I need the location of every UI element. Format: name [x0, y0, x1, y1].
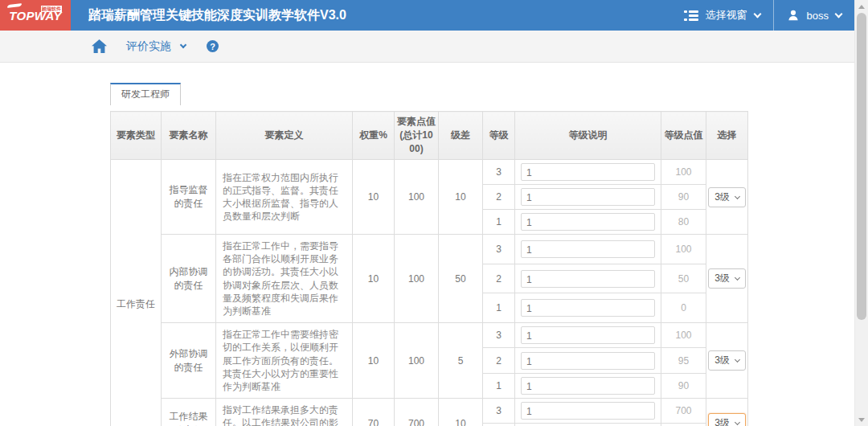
grade-cell: 3 — [483, 160, 515, 185]
grade-description-cell: 1 — [515, 323, 661, 348]
app-title: 踏瑞薪酬管理关键技能深度实训教学软件V3.0 — [71, 7, 671, 24]
home-icon[interactable] — [92, 39, 107, 53]
select-cell: 3级 — [706, 160, 748, 235]
factor-type-cell: 工作责任 — [111, 160, 162, 426]
tab-rd-engineer[interactable]: 研发工程师 — [110, 83, 181, 105]
user-menu[interactable]: boss — [774, 0, 854, 31]
grade-cell: 3 — [483, 323, 515, 348]
level-row: 工作结果的责任指对工作结果承担多大的责任。以工作结果对公司的影响大小作为判断标准… — [111, 399, 748, 424]
col-header-grade: 等级 — [483, 112, 515, 160]
grade-description-input[interactable]: 1 — [521, 270, 655, 288]
window-select-label: 选择视窗 — [706, 8, 747, 23]
factor-points-cell: 100 — [395, 235, 439, 323]
grade-cell: 1 — [483, 293, 515, 323]
chevron-down-icon — [753, 10, 761, 18]
user-icon — [787, 9, 800, 22]
grade-description-cell: 1 — [515, 160, 661, 185]
help-icon[interactable]: ? — [207, 40, 219, 52]
grade-description-cell: 1 — [515, 185, 661, 210]
chevron-down-icon[interactable] — [180, 42, 186, 48]
grade-select-value: 3级 — [714, 354, 730, 367]
step-cell: 10 — [439, 399, 483, 426]
evaluation-table: 要素类型 要素名称 要素定义 权重% 要素点值 (总计1000) 级差 等级 等… — [110, 111, 748, 426]
col-header-select: 选择 — [706, 112, 748, 160]
step-cell: 50 — [439, 235, 483, 323]
topbar-right: 选择视窗 boss — [671, 0, 854, 31]
grade-select[interactable]: 3级 — [708, 413, 746, 426]
grade-select[interactable]: 3级 — [708, 187, 746, 207]
grade-points-cell: 95 — [661, 348, 706, 373]
grade-description-cell: 1 — [515, 293, 661, 323]
chevron-down-icon — [735, 420, 740, 425]
scrollbar-thumb[interactable] — [857, 13, 866, 320]
table-header-row: 要素类型 要素名称 要素定义 权重% 要素点值 (总计1000) 级差 等级 等… — [111, 112, 748, 160]
grade-points-cell: 690 — [661, 424, 706, 426]
factor-name-cell: 外部协调的责任 — [162, 323, 216, 399]
grade-description-input[interactable]: 1 — [521, 402, 655, 420]
logo-wing-icon — [6, 3, 23, 8]
grade-points-cell: 80 — [661, 210, 706, 235]
weight-cell: 70 — [353, 399, 395, 426]
main-content: 研发工程师 要素类型 要素名称 要素定义 权重% 要素点值 (总计1000) 级… — [110, 63, 749, 426]
grade-description-input[interactable]: 1 — [521, 163, 655, 181]
scroll-up-button[interactable] — [855, 0, 868, 13]
factor-points-cell: 100 — [395, 160, 439, 235]
col-header-factor-points: 要素点值 (总计1000) — [395, 112, 439, 160]
weight-cell: 10 — [353, 323, 395, 399]
grade-points-cell: 50 — [661, 264, 706, 293]
grade-description-cell: 1 — [515, 264, 661, 293]
col-header-factor-type: 要素类型 — [111, 112, 162, 160]
app-logo: 踏瑞软件 TOPWAY — [0, 0, 71, 31]
factor-points-cell: 100 — [395, 323, 439, 399]
grade-description-input[interactable]: 1 — [521, 352, 655, 370]
chevron-down-icon — [835, 10, 843, 18]
factor-points-cell: 700 — [395, 399, 439, 426]
factor-name-cell: 内部协调的责任 — [162, 235, 216, 323]
grade-points-cell: 700 — [661, 399, 706, 424]
col-header-grade-points: 等级点值 — [661, 112, 706, 160]
window-select-dropdown[interactable]: 选择视窗 — [671, 0, 773, 31]
grade-description-cell: 1 — [515, 235, 661, 264]
step-cell: 10 — [439, 160, 483, 235]
top-bar: 踏瑞软件 TOPWAY 踏瑞薪酬管理关键技能深度实训教学软件V3.0 选择视窗 — [0, 0, 854, 31]
select-cell: 3级 — [706, 235, 748, 323]
grade-description-input[interactable]: 1 — [521, 299, 655, 317]
grade-description-cell: 1 — [515, 348, 661, 373]
grade-description-cell: 1 — [515, 210, 661, 235]
logo-brand: TOPWAY — [9, 9, 61, 23]
grade-description-input[interactable]: 1 — [521, 188, 655, 206]
select-cell: 3级 — [706, 323, 748, 399]
grade-points-cell: 100 — [661, 235, 706, 264]
grade-points-cell: 100 — [661, 160, 706, 185]
grade-description-input[interactable]: 1 — [521, 377, 655, 395]
grade-points-cell: 90 — [661, 373, 706, 398]
col-header-weight: 权重% — [353, 112, 395, 160]
grade-description-input[interactable]: 1 — [521, 326, 655, 344]
level-row: 内部协调的责任指在正常工作中，需要指导各部门合作以顺利开展业务的协调活功。其责任… — [111, 235, 748, 264]
grade-cell: 2 — [483, 348, 515, 373]
nav-menu-evaluation[interactable]: 评价实施 — [126, 39, 171, 54]
window-select-icon — [684, 10, 698, 21]
grade-description-input[interactable]: 1 — [521, 213, 655, 231]
chevron-down-icon — [735, 193, 740, 199]
grade-select[interactable]: 3级 — [708, 350, 746, 371]
grade-cell: 2 — [483, 424, 515, 426]
grade-points-cell: 90 — [661, 185, 706, 210]
grade-description-cell: 1 — [515, 424, 661, 426]
grade-points-cell: 0 — [661, 293, 706, 323]
grade-select[interactable]: 3级 — [708, 268, 746, 289]
arrow-down-icon — [858, 418, 865, 422]
select-cell: 3级 — [706, 399, 748, 426]
col-header-factor-definition: 要素定义 — [216, 112, 353, 160]
factor-definition-cell: 指在正常工作中需要维持密切的工作关系，以便顺利开展工作方面所负有的责任。其责任大… — [216, 323, 353, 399]
grade-description-cell: 1 — [515, 399, 661, 424]
grade-description-cell: 1 — [515, 373, 661, 398]
factor-name-cell: 工作结果的责任 — [162, 399, 216, 426]
grade-cell: 2 — [483, 264, 515, 293]
scroll-down-button[interactable] — [855, 413, 868, 426]
vertical-scrollbar[interactable] — [854, 0, 868, 426]
col-header-grade-description: 等级说明 — [515, 112, 661, 160]
grade-description-input[interactable]: 1 — [521, 240, 655, 258]
grade-points-cell: 100 — [661, 323, 706, 348]
grade-cell: 3 — [483, 235, 515, 264]
